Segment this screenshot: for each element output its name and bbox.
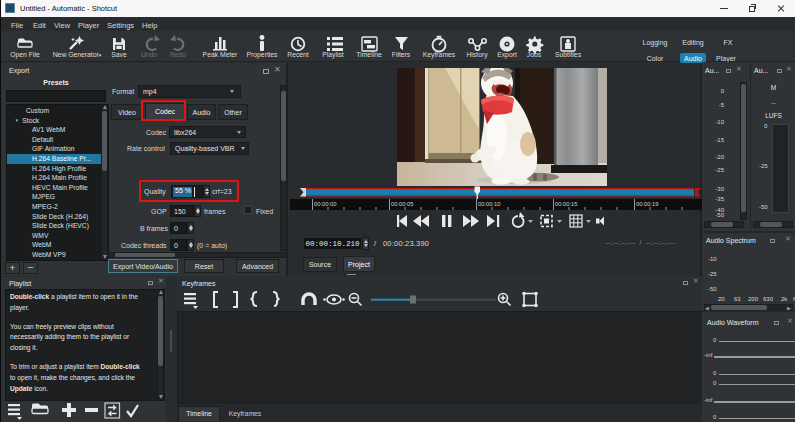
svg-text:00:00:05: 00:00:05	[391, 201, 414, 207]
svg-text:00:00:19: 00:00:19	[636, 201, 659, 207]
svg-text:00:00:00: 00:00:00	[314, 201, 337, 207]
svg-text:00:00:15: 00:00:15	[555, 201, 578, 207]
svg-text:00:00:10: 00:00:10	[478, 201, 501, 207]
